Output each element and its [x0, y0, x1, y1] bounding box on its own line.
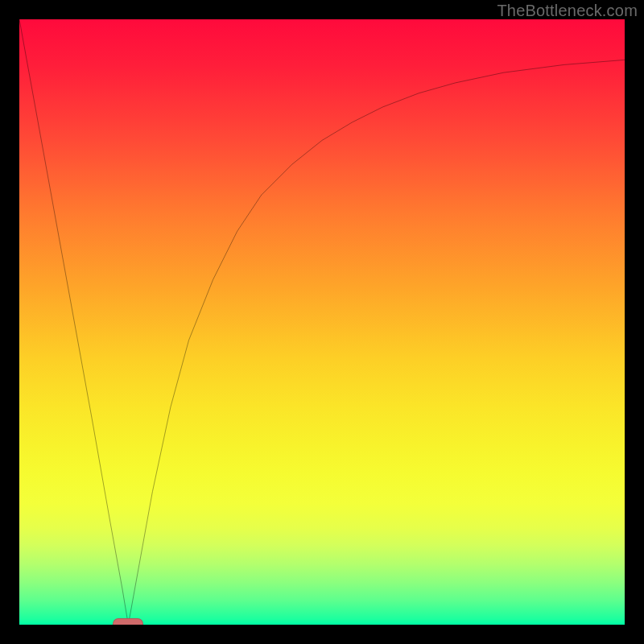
chart-frame: TheBottleneck.com	[0, 0, 644, 644]
curve-right-segment	[128, 60, 625, 625]
optimum-marker	[113, 618, 143, 625]
curve-left-segment	[19, 19, 128, 625]
curve-svg	[19, 19, 625, 625]
plot-area	[19, 19, 625, 625]
watermark-text: TheBottleneck.com	[497, 2, 638, 20]
